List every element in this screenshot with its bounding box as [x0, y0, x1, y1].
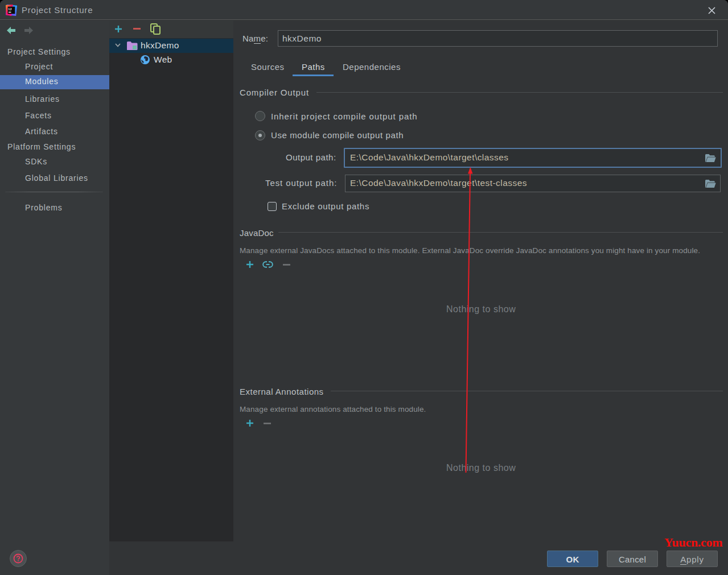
svg-text:IJ: IJ	[9, 7, 12, 11]
